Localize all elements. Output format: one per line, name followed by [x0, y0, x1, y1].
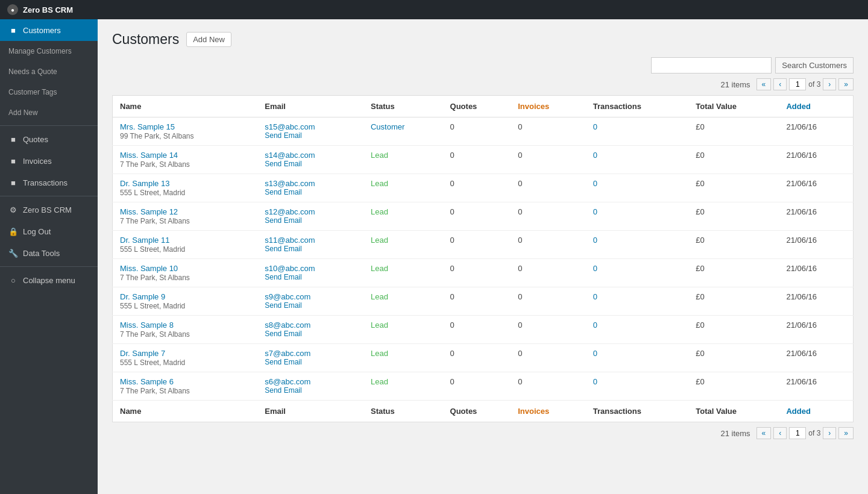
send-email-link-4[interactable]: Send Email: [265, 245, 356, 253]
transactions-link-9[interactable]: 0: [593, 377, 597, 386]
sidebar-item-add-new[interactable]: Add New: [0, 102, 98, 123]
customer-email-link-0[interactable]: s15@abc.com: [265, 122, 356, 131]
search-button[interactable]: Search Customers: [775, 57, 854, 73]
customer-name-link-9[interactable]: Miss. Sample 6: [120, 377, 250, 386]
customer-name-link-4[interactable]: Dr. Sample 11: [120, 236, 250, 245]
customer-address-3: 7 The Park, St Albans: [120, 217, 190, 225]
table-row: Dr. Sample 7 555 L Street, Madrid s7@abc…: [113, 344, 854, 372]
cell-quotes-5: 0: [443, 259, 511, 287]
customer-email-link-2[interactable]: s13@abc.com: [265, 179, 356, 188]
transactions-link-6[interactable]: 0: [593, 292, 597, 301]
send-email-link-1[interactable]: Send Email: [265, 160, 356, 168]
send-email-link-7[interactable]: Send Email: [265, 330, 356, 338]
cell-quotes-3: 0: [443, 202, 511, 231]
customer-email-link-6[interactable]: s9@abc.com: [265, 292, 356, 301]
cell-status-0: Customer: [363, 117, 443, 146]
customer-name-link-3[interactable]: Miss. Sample 12: [120, 207, 250, 216]
sidebar-item-transactions[interactable]: ■ Transactions: [0, 172, 98, 193]
page-header: Customers Add New: [112, 31, 854, 48]
cell-total-value-6: £0: [688, 287, 779, 316]
search-input[interactable]: [651, 57, 772, 73]
customer-name-link-5[interactable]: Miss. Sample 10: [120, 264, 250, 273]
next-page-btn-top[interactable]: ›: [823, 78, 836, 90]
last-page-btn-bottom[interactable]: »: [838, 427, 854, 439]
quotes-label: Quotes: [23, 135, 48, 144]
zero-bs-crm-label: Zero BS CRM: [23, 205, 72, 214]
sidebar-item-quotes[interactable]: ■ Quotes: [0, 128, 98, 150]
customer-name-link-7[interactable]: Miss. Sample 8: [120, 320, 250, 330]
send-email-link-9[interactable]: Send Email: [265, 386, 356, 395]
customer-email-link-1[interactable]: s14@abc.com: [265, 151, 356, 160]
cell-added-6: 21/06/16: [779, 287, 853, 316]
app-logo: ● Zero BS CRM: [7, 4, 73, 15]
customer-name-link-2[interactable]: Dr. Sample 13: [120, 179, 250, 188]
sidebar-item-collapse-menu[interactable]: ○ Collapse menu: [0, 269, 98, 291]
cell-email-7: s8@abc.com Send Email: [257, 316, 363, 344]
transactions-link-4[interactable]: 0: [593, 236, 597, 245]
send-email-link-3[interactable]: Send Email: [265, 216, 356, 225]
sidebar-customers-label: Customers: [23, 26, 61, 35]
log-out-label: Log Out: [23, 227, 51, 236]
first-page-btn-bottom[interactable]: «: [756, 427, 772, 439]
sidebar-item-data-tools[interactable]: 🔧 Data Tools: [0, 242, 98, 264]
send-email-link-6[interactable]: Send Email: [265, 301, 356, 310]
last-page-btn-top[interactable]: »: [838, 78, 854, 90]
customer-email-link-7[interactable]: s8@abc.com: [265, 320, 356, 330]
table-row: Miss. Sample 6 7 The Park, St Albans s6@…: [113, 372, 854, 401]
send-email-link-8[interactable]: Send Email: [265, 358, 356, 366]
sidebar-item-customers[interactable]: ■ Customers: [0, 19, 98, 41]
send-email-link-0[interactable]: Send Email: [265, 131, 356, 140]
first-page-btn-top[interactable]: «: [756, 78, 772, 90]
cell-invoices-9: 0: [511, 372, 586, 401]
logo-icon: ●: [7, 4, 18, 15]
sidebar-item-log-out[interactable]: 🔒 Log Out: [0, 220, 98, 242]
cell-quotes-7: 0: [443, 316, 511, 344]
customer-address-6: 555 L Street, Madrid: [120, 302, 185, 310]
status-badge-5: Lead: [371, 264, 388, 273]
transactions-link-8[interactable]: 0: [593, 349, 597, 358]
page-number-input-top[interactable]: [789, 78, 806, 90]
transactions-link-3[interactable]: 0: [593, 207, 597, 216]
cell-transactions-7: 0: [586, 316, 689, 344]
customer-email-link-9[interactable]: s6@abc.com: [265, 377, 356, 386]
cell-added-0: 21/06/16: [779, 117, 853, 146]
customer-name-link-8[interactable]: Dr. Sample 7: [120, 349, 250, 358]
sidebar-item-customer-tags[interactable]: Customer Tags: [0, 82, 98, 102]
prev-page-btn-top[interactable]: ‹: [773, 78, 787, 90]
cell-email-2: s13@abc.com Send Email: [257, 174, 363, 202]
cell-added-4: 21/06/16: [779, 231, 853, 259]
col-footer-added: Added: [779, 401, 853, 422]
add-new-sub-label: Add New: [8, 108, 38, 117]
sidebar-item-invoices[interactable]: ■ Invoices: [0, 150, 98, 172]
cell-added-7: 21/06/16: [779, 316, 853, 344]
status-badge-4: Lead: [371, 236, 388, 245]
send-email-link-2[interactable]: Send Email: [265, 188, 356, 196]
sidebar-item-manage-customers[interactable]: Manage Customers: [0, 41, 98, 61]
sidebar-divider-2: [0, 196, 98, 196]
transactions-link-0[interactable]: 0: [593, 122, 597, 131]
next-page-btn-bottom[interactable]: ›: [823, 427, 836, 439]
customer-name-link-0[interactable]: Mrs. Sample 15: [120, 122, 250, 131]
customer-name-link-1[interactable]: Miss. Sample 14: [120, 151, 250, 160]
add-new-button[interactable]: Add New: [186, 32, 231, 47]
prev-page-btn-bottom[interactable]: ‹: [773, 427, 787, 439]
customer-email-link-4[interactable]: s11@abc.com: [265, 236, 356, 245]
sidebar-item-needs-a-quote[interactable]: Needs a Quote: [0, 61, 98, 82]
cell-status-6: Lead: [363, 287, 443, 316]
transactions-link-2[interactable]: 0: [593, 179, 597, 188]
transactions-link-5[interactable]: 0: [593, 264, 597, 273]
transactions-link-7[interactable]: 0: [593, 320, 597, 330]
table-row: Miss. Sample 8 7 The Park, St Albans s8@…: [113, 316, 854, 344]
customer-email-link-3[interactable]: s12@abc.com: [265, 207, 356, 216]
customer-email-link-5[interactable]: s10@abc.com: [265, 264, 356, 273]
invoices-icon: ■: [8, 156, 18, 166]
cell-email-0: s15@abc.com Send Email: [257, 117, 363, 146]
page-number-input-bottom[interactable]: [789, 427, 806, 439]
transactions-link-1[interactable]: 0: [593, 151, 597, 160]
customer-email-link-8[interactable]: s7@abc.com: [265, 349, 356, 358]
sidebar-item-zero-bs-crm[interactable]: ⚙ Zero BS CRM: [0, 199, 98, 220]
cell-transactions-2: 0: [586, 174, 689, 202]
table-row: Miss. Sample 14 7 The Park, St Albans s1…: [113, 146, 854, 174]
customer-name-link-6[interactable]: Dr. Sample 9: [120, 292, 250, 301]
send-email-link-5[interactable]: Send Email: [265, 273, 356, 281]
